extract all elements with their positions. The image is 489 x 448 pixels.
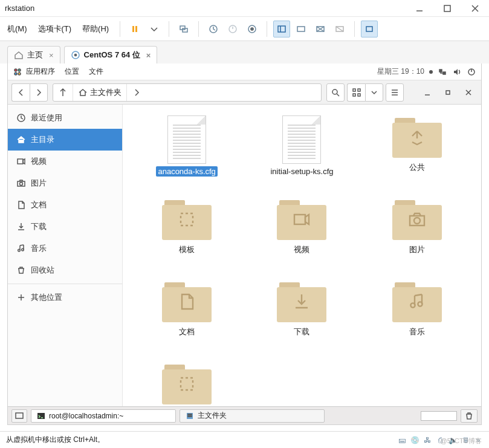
volume-icon[interactable] <box>452 67 462 77</box>
close-button[interactable] <box>461 0 489 17</box>
tray-cd-icon[interactable]: 💿 <box>410 435 419 445</box>
maximize-button[interactable] <box>433 0 461 17</box>
folder-item[interactable] <box>131 362 242 406</box>
menu-applications[interactable]: 应用程序 <box>26 67 55 77</box>
sidebar-item-label: 图片 <box>31 178 47 189</box>
tab-home[interactable]: 主页 × <box>7 46 60 63</box>
menu-places[interactable]: 位置 <box>65 67 79 77</box>
file-item[interactable]: anaconda-ks.cfg <box>131 115 242 194</box>
file-item[interactable]: initial-setup-ks.cfg <box>246 115 357 194</box>
view-fullscreen-button[interactable] <box>293 21 309 37</box>
folder-icon <box>391 115 443 159</box>
show-desktop-button[interactable] <box>11 409 27 423</box>
sidebar-item-home[interactable]: 主目录 <box>8 129 122 151</box>
svg-rect-30 <box>18 159 23 164</box>
folder-item[interactable]: 文档 <box>131 280 242 359</box>
path-next-button[interactable] <box>127 84 146 101</box>
sidebar-item-pictures[interactable]: 图片 <box>8 172 122 194</box>
menu-machine[interactable]: 机(M) <box>7 24 27 34</box>
folder-icon <box>161 280 213 323</box>
network-icon[interactable] <box>438 67 447 77</box>
search-button[interactable] <box>326 83 345 102</box>
activities-icon[interactable] <box>13 67 22 77</box>
snapshot-take-button[interactable] <box>205 21 222 37</box>
download-icon <box>16 222 26 232</box>
menu-files[interactable]: 文件 <box>89 67 103 77</box>
svg-rect-25 <box>358 89 360 91</box>
menu-tabs[interactable]: 选项卡(T) <box>38 24 72 34</box>
tray-net-icon[interactable]: 🖧 <box>423 435 432 445</box>
vmware-status-bar: 从虚拟机中移出或按 Ctrl+Alt。 🖴 💿 🖧 ⎙ 🔈 🖥 » <box>0 431 489 448</box>
forward-button[interactable] <box>30 83 48 102</box>
pause-button[interactable] <box>126 21 143 37</box>
folder-item[interactable]: 公共 <box>361 115 473 194</box>
back-button[interactable] <box>11 83 30 102</box>
window-title: rkstation <box>5 4 34 13</box>
sidebar-item-other[interactable]: 其他位置 <box>8 287 122 308</box>
clock-label[interactable]: 星期三 19：10 <box>377 67 424 77</box>
sidebar-item-recent[interactable]: 最近使用 <box>8 107 122 129</box>
terminal-icon <box>36 411 46 421</box>
view-sidebar-button[interactable] <box>273 21 290 37</box>
tab-centos[interactable]: CentOS 7 64 位 × <box>64 46 158 63</box>
view-console-button[interactable] <box>361 21 378 37</box>
svg-rect-28 <box>446 91 450 94</box>
path-home-button[interactable]: 主文件夹 <box>73 84 127 101</box>
view-menu-button[interactable] <box>365 83 383 102</box>
file-label: 下载 <box>292 326 311 338</box>
svg-rect-27 <box>358 94 360 96</box>
sidebar-item-documents[interactable]: 文档 <box>8 194 122 216</box>
plus-icon <box>16 293 26 302</box>
folder-item[interactable]: 音乐 <box>361 280 473 359</box>
svg-rect-1 <box>132 26 134 32</box>
svg-rect-20 <box>439 70 442 72</box>
folder-item[interactable]: 视频 <box>246 198 357 276</box>
close-icon[interactable]: × <box>49 51 54 60</box>
folder-item[interactable]: 下载 <box>246 280 357 359</box>
task-terminal[interactable]: root@localhostadmin:~ <box>31 409 176 423</box>
view-unity-button[interactable] <box>312 21 329 37</box>
window-maximize-button[interactable] <box>439 83 457 102</box>
nautilus-sidebar: 最近使用主目录视频图片文档下载音乐回收站其他位置 <box>8 105 123 406</box>
trash-button[interactable] <box>461 409 478 423</box>
view-grid-button[interactable] <box>347 83 365 102</box>
status-dot-icon <box>429 70 433 74</box>
file-label: 图片 <box>407 244 427 256</box>
path-up-button[interactable] <box>53 84 73 101</box>
trash-icon <box>464 411 474 421</box>
sidebar-item-trash[interactable]: 回收站 <box>8 259 122 281</box>
video-icon <box>16 157 26 166</box>
snapshot-manager-button[interactable] <box>244 21 261 37</box>
folder-item[interactable]: 图片 <box>361 198 473 276</box>
hamburger-menu-button[interactable] <box>386 83 404 102</box>
doc-icon <box>16 200 26 210</box>
file-label: 模板 <box>177 244 196 256</box>
send-keys-button[interactable] <box>175 21 192 37</box>
workspace-switcher[interactable] <box>421 411 457 421</box>
task-files[interactable]: 主文件夹 <box>180 409 325 423</box>
task-terminal-label: root@localhostadmin:~ <box>49 412 123 420</box>
folder-item[interactable]: 模板 <box>131 198 242 276</box>
power-icon[interactable] <box>467 67 476 77</box>
tray-hdd-icon[interactable]: 🖴 <box>397 435 407 445</box>
svg-point-32 <box>20 183 23 186</box>
snapshot-revert-button[interactable] <box>224 21 241 37</box>
folder-icon <box>161 198 213 241</box>
sidebar-item-music[interactable]: 音乐 <box>8 238 122 259</box>
svg-rect-2 <box>135 26 137 32</box>
sidebar-item-downloads[interactable]: 下载 <box>8 216 122 238</box>
close-icon[interactable]: × <box>146 51 151 60</box>
tab-home-label: 主页 <box>27 50 43 60</box>
menu-help[interactable]: 帮助(H) <box>82 24 109 34</box>
svg-rect-13 <box>366 27 372 31</box>
sidebar-item-videos[interactable]: 视频 <box>8 151 122 172</box>
minimize-button[interactable] <box>406 0 433 17</box>
window-close-button[interactable] <box>459 83 478 102</box>
document-icon <box>167 115 206 164</box>
power-menu-button[interactable] <box>146 21 163 37</box>
window-minimize-button[interactable] <box>418 83 436 102</box>
svg-rect-42 <box>16 413 23 418</box>
svg-rect-24 <box>353 89 355 91</box>
view-stretch-button[interactable] <box>331 21 348 37</box>
file-label: 文档 <box>177 326 196 338</box>
